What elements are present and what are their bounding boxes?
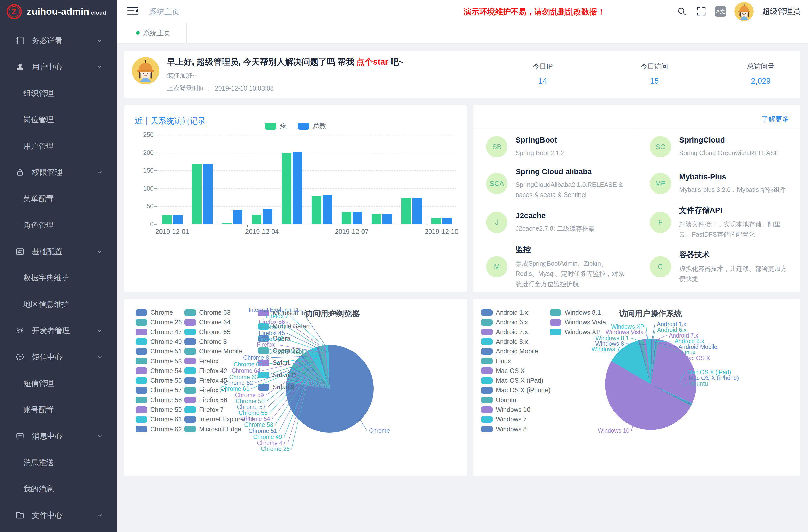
user-avatar[interactable] xyxy=(734,2,754,21)
tech-item-SpringCloud[interactable]: SCSpringCloudSpring Cloud Greenwich.RELE… xyxy=(637,130,800,164)
tech-item-文件存储API[interactable]: F文件存储API封装文件接口，实现本地存储、阿里云、FastDFS存储的配置化 xyxy=(637,203,800,242)
sidebar-item-1[interactable]: 用户中心 xyxy=(0,54,117,80)
tech-item-容器技术[interactable]: C容器技术虚拟化容器技术，让迁移、部署更加方便快捷 xyxy=(637,242,800,292)
sidebar-item-3[interactable]: 岗位管理 xyxy=(0,107,117,133)
bar-您-2019-12-06[interactable] xyxy=(312,196,321,224)
bar-总数-2019-12-02[interactable] xyxy=(203,164,213,224)
legend-item-Windows 8[interactable]: Windows 8 xyxy=(481,425,527,433)
sidebar-item-5[interactable]: 权限管理 xyxy=(0,159,117,186)
sidebar-item-15[interactable]: 消息中心 xyxy=(0,423,117,450)
legend-item-Chrome 49[interactable]: Chrome 49 xyxy=(136,338,182,345)
bar-您-2019-12-10[interactable] xyxy=(431,218,441,224)
legend-item-Safari 9[interactable]: Safari 9 xyxy=(258,383,294,391)
sidebar-item-13[interactable]: 短信管理 xyxy=(0,370,117,397)
bar-chart-plot[interactable] xyxy=(157,135,457,224)
legend-item-Chrome 57[interactable]: Chrome 57 xyxy=(136,386,182,394)
legend-item-Chrome 58[interactable]: Chrome 58 xyxy=(136,396,182,404)
tech-item-Spring Cloud alibaba[interactable]: SCASpring Cloud alibabaSpringCloudAlibab… xyxy=(473,164,637,203)
legend-item-Chrome 61[interactable]: Chrome 61 xyxy=(136,416,182,423)
legend-item-Chrome 55[interactable]: Chrome 55 xyxy=(136,377,182,384)
legend-item-Firefox 45[interactable]: Firefox 45 xyxy=(184,377,227,384)
star-link[interactable]: 点个star xyxy=(356,57,388,67)
legend-item-Chrome 51[interactable]: Chrome 51 xyxy=(136,348,182,355)
legend-item-Chrome 53[interactable]: Chrome 53 xyxy=(136,357,182,365)
bar-legend-item-您[interactable]: 您 xyxy=(265,122,287,131)
legend-item-Chrome 47[interactable]: Chrome 47 xyxy=(136,328,182,336)
legend-item-Microsoft Edge[interactable]: Microsoft Edge xyxy=(184,425,241,433)
bar-总数-2019-12-07[interactable] xyxy=(352,212,362,224)
legend-item-Linux[interactable]: Linux xyxy=(481,357,511,365)
legend-item-Chrome 59[interactable]: Chrome 59 xyxy=(136,406,182,413)
sidebar-item-12[interactable]: 短信中心 xyxy=(0,344,117,370)
username-label[interactable]: 超级管理员 xyxy=(763,6,801,17)
bar-总数-2019-12-05[interactable] xyxy=(293,152,302,224)
legend-item-Firefox[interactable]: Firefox xyxy=(184,357,218,365)
bar-总数-2019-12-06[interactable] xyxy=(323,195,332,224)
sidebar-item-11[interactable]: 开发者管理 xyxy=(0,317,117,344)
bar-您-2019-12-09[interactable] xyxy=(402,198,411,224)
bar-您-2019-12-01[interactable] xyxy=(162,215,172,224)
sidebar-item-6[interactable]: 菜单配置 xyxy=(0,186,117,212)
pie-bpie-card[interactable] xyxy=(286,345,373,433)
legend-item-Chrome 26[interactable]: Chrome 26 xyxy=(136,318,182,326)
bar-总数-2019-12-10[interactable] xyxy=(442,218,452,224)
sidebar-item-17[interactable]: 我的消息 xyxy=(0,476,117,502)
legend-item-Windows XP[interactable]: Windows XP xyxy=(550,328,601,336)
legend-item-Android 6.x[interactable]: Android 6.x xyxy=(481,318,528,326)
sidebar-item-9[interactable]: 数据字典维护 xyxy=(0,265,117,291)
legend-item-Firefox 56[interactable]: Firefox 56 xyxy=(184,396,227,404)
legend-item-Chrome 54[interactable]: Chrome 54 xyxy=(136,367,182,374)
tech-item-SpringBoot[interactable]: SBSpringBootSpring Boot 2.1.2 xyxy=(473,130,637,164)
legend-item-Chrome 8[interactable]: Chrome 8 xyxy=(184,338,227,345)
bar-您-2019-12-04[interactable] xyxy=(252,215,261,224)
legend-item-Mac OS X (iPhone)[interactable]: Mac OS X (iPhone) xyxy=(481,386,550,394)
legend-item-Chrome[interactable]: Chrome xyxy=(136,309,173,316)
sidebar-item-8[interactable]: 基础配置 xyxy=(0,238,117,265)
legend-item-Android 7.x[interactable]: Android 7.x xyxy=(481,328,528,336)
bar-总数-2019-12-08[interactable] xyxy=(383,214,392,224)
bar-总数-2019-12-03[interactable] xyxy=(233,210,242,224)
bar-您-2019-12-02[interactable] xyxy=(192,164,202,224)
bar-您-2019-12-07[interactable] xyxy=(342,212,351,224)
legend-item-Windows 7[interactable]: Windows 7 xyxy=(481,416,527,423)
learn-more-link[interactable]: 了解更多 xyxy=(761,115,789,124)
legend-item-Windows 8.1[interactable]: Windows 8.1 xyxy=(550,309,601,316)
legend-item-Windows Vista[interactable]: Windows Vista xyxy=(550,318,606,326)
bar-您-2019-12-08[interactable] xyxy=(371,214,381,224)
legend-item-Chrome 64[interactable]: Chrome 64 xyxy=(184,318,231,326)
legend-item-Chrome 63[interactable]: Chrome 63 xyxy=(184,309,231,316)
tech-item-监控[interactable]: M监控集成SpringBootAdmin、Zipkin、Redis、Mysql、… xyxy=(473,242,637,292)
bar-总数-2019-12-01[interactable] xyxy=(173,215,183,224)
sidebar-item-14[interactable]: 账号配置 xyxy=(0,397,117,423)
language-switch-icon[interactable]: A文 xyxy=(715,6,726,17)
legend-item-Firefox 42[interactable]: Firefox 42 xyxy=(184,367,227,374)
legend-item-Chrome 62[interactable]: Chrome 62 xyxy=(136,425,182,433)
legend-item-Safari 11[interactable]: Safari 11 xyxy=(258,371,297,379)
sidebar-item-16[interactable]: 消息推送 xyxy=(0,450,117,476)
sidebar-item-0[interactable]: 务必详看 xyxy=(0,27,117,54)
sidebar-item-10[interactable]: 地区信息维护 xyxy=(0,291,117,317)
bar-总数-2019-12-09[interactable] xyxy=(412,198,422,224)
legend-item-Android Mobile[interactable]: Android Mobile xyxy=(481,348,538,355)
sidebar-collapse-icon[interactable] xyxy=(127,6,139,17)
legend-item-Mac OS X (iPad)[interactable]: Mac OS X (iPad) xyxy=(481,377,544,384)
legend-item-Mac OS X[interactable]: Mac OS X xyxy=(481,367,525,374)
legend-item-Firefox 7[interactable]: Firefox 7 xyxy=(184,406,224,413)
sidebar-item-7[interactable]: 角色管理 xyxy=(0,212,117,238)
search-icon[interactable] xyxy=(677,6,687,17)
legend-item-Android 8.x[interactable]: Android 8.x xyxy=(481,338,528,345)
sidebar-item-18[interactable]: 文件中心 xyxy=(0,502,117,529)
legend-item-Chrome Mobile[interactable]: Chrome Mobile xyxy=(184,348,242,355)
bar-legend-item-总数[interactable]: 总数 xyxy=(298,122,326,131)
bar-您-2019-12-03[interactable] xyxy=(222,223,232,224)
legend-item-Android 1.x[interactable]: Android 1.x xyxy=(481,309,528,316)
bar-您-2019-12-05[interactable] xyxy=(282,153,291,224)
legend-item-Windows 10[interactable]: Windows 10 xyxy=(481,406,530,413)
app-logo[interactable]: Z zuihou-admincloud xyxy=(6,4,107,19)
tech-item-J2cache[interactable]: JJ2cacheJ2cache2.7.8: 二级缓存框架 xyxy=(473,203,637,242)
fullscreen-icon[interactable] xyxy=(696,6,706,17)
bar-总数-2019-12-04[interactable] xyxy=(263,209,272,224)
legend-item-Chrome 65[interactable]: Chrome 65 xyxy=(184,328,231,336)
tab-system-home[interactable]: 系统主页 xyxy=(120,23,187,43)
sidebar-item-2[interactable]: 组织管理 xyxy=(0,80,117,107)
